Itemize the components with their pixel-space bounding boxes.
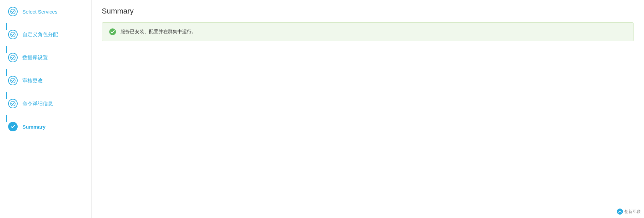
sidebar-label-command-details: 命令详细信息	[22, 101, 53, 107]
step-icon-custom-role	[8, 30, 18, 39]
step-icon-summary	[8, 122, 18, 131]
sidebar-label-db-settings: 数据库设置	[22, 54, 48, 61]
page-title: Summary	[102, 7, 634, 16]
footer-logo-icon	[617, 209, 623, 215]
main-content: Summary 服务已安装、配置并在群集中运行。	[92, 0, 644, 218]
sidebar-item-db-settings[interactable]: 数据库设置	[0, 46, 91, 69]
sidebar-item-summary[interactable]: Summary	[0, 115, 91, 138]
svg-point-3	[11, 78, 15, 83]
summary-success-box: 服务已安装、配置并在群集中运行。	[102, 22, 634, 41]
sidebar-label-review-changes: 审核更改	[22, 78, 43, 84]
svg-point-1	[11, 32, 15, 37]
success-check-icon	[109, 28, 116, 36]
svg-point-2	[11, 55, 15, 60]
sidebar-label-select-services: Select Services	[22, 9, 57, 15]
sidebar-item-review-changes[interactable]: 审核更改	[0, 69, 91, 92]
sidebar-item-custom-role[interactable]: 自定义角色分配	[0, 23, 91, 46]
sidebar-item-select-services[interactable]: Select Services	[0, 0, 91, 23]
step-icon-command-details	[8, 99, 18, 108]
svg-point-5	[109, 28, 116, 35]
step-icon-db-settings	[8, 53, 18, 62]
svg-point-4	[11, 101, 15, 106]
step-icon-select-services	[8, 7, 18, 16]
summary-success-text: 服务已安装、配置并在群集中运行。	[120, 29, 196, 35]
step-icon-review-changes	[8, 76, 18, 85]
footer-logo-text: 创新互联	[624, 209, 641, 215]
sidebar-label-summary: Summary	[22, 124, 45, 130]
sidebar-label-custom-role: 自定义角色分配	[22, 31, 58, 38]
svg-point-0	[11, 9, 15, 14]
footer-logo: 创新互联	[617, 209, 641, 215]
sidebar-item-command-details[interactable]: 命令详细信息	[0, 92, 91, 115]
sidebar: Select Services 自定义角色分配 数据库设置 审核	[0, 0, 92, 218]
